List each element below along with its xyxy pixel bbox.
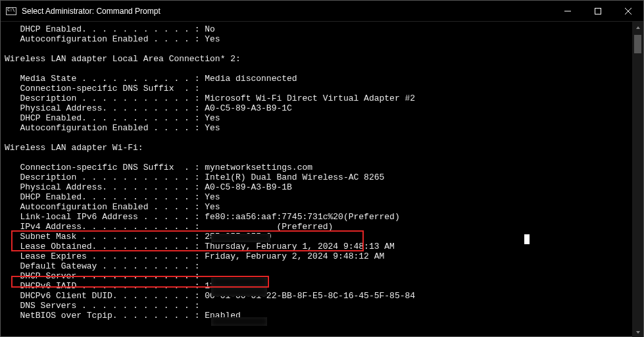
maximize-button[interactable] bbox=[583, 1, 613, 22]
cmd-icon: C:\ bbox=[6, 7, 16, 15]
redacted-dhcp bbox=[211, 288, 267, 296]
terminal-output[interactable]: DHCP Enabled. . . . . . . . . . . : No A… bbox=[1, 22, 632, 337]
client-area: DHCP Enabled. . . . . . . . . . . : No A… bbox=[1, 22, 643, 337]
redacted-gateway bbox=[211, 278, 267, 286]
redacted-dns bbox=[211, 317, 267, 326]
close-button[interactable] bbox=[613, 1, 643, 22]
window-controls bbox=[553, 1, 643, 21]
vertical-scrollbar[interactable] bbox=[632, 22, 643, 337]
redacted-ipv4 bbox=[211, 234, 270, 242]
scroll-up-button[interactable] bbox=[632, 22, 643, 33]
text-cursor bbox=[524, 234, 530, 244]
window-title: Select Administrator: Command Prompt bbox=[22, 7, 553, 16]
command-prompt-window: C:\ Select Administrator: Command Prompt… bbox=[0, 0, 644, 337]
titlebar[interactable]: C:\ Select Administrator: Command Prompt bbox=[1, 1, 643, 22]
scroll-down-button[interactable] bbox=[632, 326, 643, 337]
svg-rect-1 bbox=[595, 9, 601, 14]
minimize-button[interactable] bbox=[553, 1, 583, 22]
scroll-thumb[interactable] bbox=[634, 35, 641, 53]
